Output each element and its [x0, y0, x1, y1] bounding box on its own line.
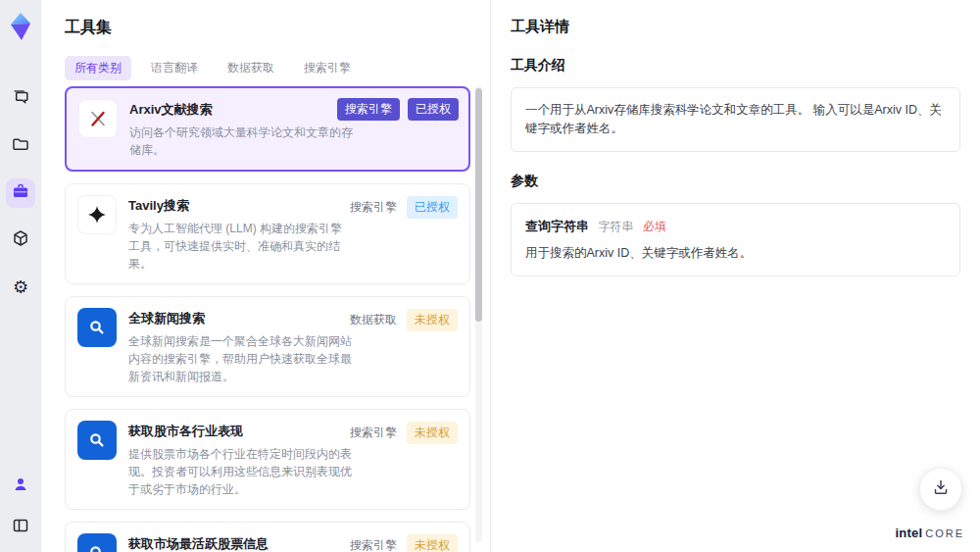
- intel-wordmark: intel: [895, 526, 922, 540]
- tool-name: 获取股市各行业表现: [128, 423, 352, 440]
- tab-search-engine[interactable]: 搜索引擎: [294, 56, 361, 80]
- auth-status-badge: 已授权: [407, 196, 458, 219]
- tool-name: Arxiv文献搜索: [129, 101, 353, 119]
- sidebar-item-packages[interactable]: [6, 226, 35, 255]
- tool-detail-panel: 工具详情 工具介绍 一个用于从Arxiv存储库搜索科学论文和文章的工具。 输入可…: [490, 0, 980, 552]
- param-box: 查询字符串 字符串 必填 用于搜索的Arxiv ID、关键字或作者姓名。: [511, 203, 960, 277]
- search-logo-icon: [77, 308, 117, 347]
- sidebar-item-collapse[interactable]: [6, 513, 35, 542]
- download-button[interactable]: [919, 468, 962, 511]
- category-tabs: 所有类别 语言翻译 数据获取 搜索引擎: [65, 56, 361, 80]
- toolbox-icon: [11, 181, 30, 205]
- folder-icon: [11, 134, 30, 158]
- sidebar-item-account[interactable]: [6, 472, 35, 501]
- category-label: 搜索引擎: [350, 425, 397, 441]
- tool-description: 全球新闻搜索是一个聚合全球各大新闻网站内容的搜索引擎，帮助用户快速获取全球最新资…: [128, 332, 352, 385]
- category-label: 数据获取: [350, 312, 397, 328]
- param-description: 用于搜索的Arxiv ID、关键字或作者姓名。: [525, 244, 946, 263]
- param-required-badge: 必填: [643, 220, 666, 233]
- tool-list-panel: 工具集 所有类别 语言翻译 数据获取 搜索引擎 Arxiv文献搜索 访问各个研究…: [41, 0, 490, 552]
- left-rail: ⚙: [0, 0, 41, 552]
- tool-card-sector-performance[interactable]: 获取股市各行业表现 提供股票市场各个行业在特定时间段内的表现。投资者可以利用这些…: [65, 409, 470, 510]
- sidebar-item-toolbox[interactable]: [6, 178, 35, 208]
- page-title: 工具集: [65, 18, 112, 38]
- arxiv-logo-icon: [78, 99, 118, 138]
- sidebar-item-chat[interactable]: [6, 84, 35, 114]
- settings-gear-icon: ⚙: [13, 278, 28, 296]
- tool-list: Arxiv文献搜索 访问各个研究领域大量科学论文和文章的存储库。 搜索引擎 已授…: [65, 86, 470, 552]
- category-label: 搜索引擎: [350, 199, 397, 216]
- list-scrollbar[interactable]: [475, 86, 482, 542]
- tool-description: 访问各个研究领域大量科学论文和文章的存储库。: [129, 124, 353, 159]
- chat-icon: [11, 87, 30, 111]
- intel-core-logo: intel CORE: [895, 526, 964, 540]
- detail-title: 工具详情: [511, 18, 960, 36]
- tab-data-fetch[interactable]: 数据获取: [218, 56, 284, 80]
- param-name: 查询字符串: [525, 219, 589, 233]
- auth-status-badge: 未授权: [407, 534, 458, 552]
- cube-icon: [11, 228, 30, 252]
- download-icon: [931, 477, 951, 501]
- tool-card-global-news[interactable]: 全球新闻搜索 全球新闻搜索是一个聚合全球各大新闻网站内容的搜索引擎，帮助用户快速…: [65, 296, 470, 397]
- param-header: 查询字符串 字符串 必填: [525, 217, 946, 236]
- auth-status-badge: 已授权: [408, 98, 459, 121]
- intro-heading: 工具介绍: [511, 57, 960, 75]
- tavily-sparkle-icon: [77, 195, 117, 234]
- search-logo-icon: [77, 421, 117, 460]
- sidebar-item-settings[interactable]: ⚙: [6, 273, 35, 302]
- scrollbar-thumb[interactable]: [475, 88, 482, 322]
- auth-status-badge: 未授权: [407, 309, 458, 331]
- tool-name: Tavily搜索: [128, 197, 352, 215]
- search-logo-icon: [77, 533, 117, 552]
- tool-card-arxiv[interactable]: Arxiv文献搜索 访问各个研究领域大量科学论文和文章的存储库。 搜索引擎 已授…: [65, 86, 470, 172]
- params-heading: 参数: [511, 173, 960, 190]
- intro-text-box: 一个用于从Arxiv存储库搜索科学论文和文章的工具。 输入可以是Arxiv ID…: [511, 87, 960, 152]
- param-type: 字符串: [598, 220, 633, 233]
- tab-all-categories[interactable]: 所有类别: [65, 56, 131, 80]
- tab-language-translation[interactable]: 语言翻译: [141, 56, 208, 80]
- sidebar-item-files[interactable]: [6, 131, 35, 161]
- tool-card-most-active-stocks[interactable]: 获取市场最活跃股票信息 提供当天交易量最高的股票列表，投资者可以利用这些信息来识…: [65, 522, 470, 552]
- panel-toggle-icon: [11, 516, 30, 539]
- tool-description: 专为人工智能代理 (LLM) 构建的搜索引擎工具，可快速提供实时、准确和真实的结…: [128, 220, 352, 273]
- app-logo[interactable]: [7, 12, 34, 41]
- tool-name: 获取市场最活跃股票信息: [128, 535, 352, 552]
- tool-name: 全球新闻搜索: [128, 310, 352, 327]
- core-wordmark: CORE: [925, 527, 964, 539]
- user-icon: [11, 475, 30, 498]
- tool-card-tavily[interactable]: Tavily搜索 专为人工智能代理 (LLM) 构建的搜索引擎工具，可快速提供实…: [65, 183, 470, 284]
- tool-description: 提供股票市场各个行业在特定时间段内的表现。投资者可以利用这些信息来识别表现优于或…: [128, 445, 352, 498]
- category-label: 搜索引擎: [350, 537, 397, 552]
- auth-status-badge: 未授权: [407, 422, 458, 444]
- category-badge: 搜索引擎: [337, 98, 400, 121]
